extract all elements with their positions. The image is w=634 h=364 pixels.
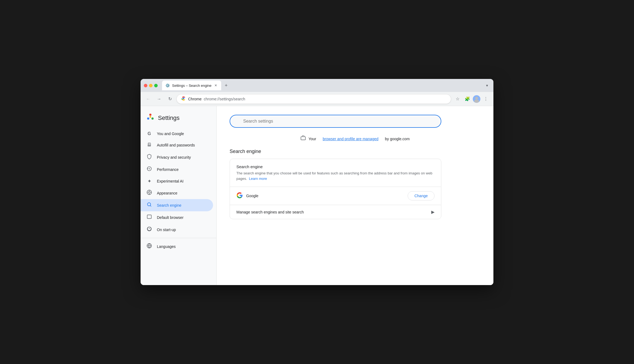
sidebar-item-label: Languages xyxy=(157,244,176,249)
sidebar-item-label: Performance xyxy=(157,167,179,172)
svg-point-12 xyxy=(148,191,150,193)
managed-link[interactable]: browser and profile are managed xyxy=(323,137,378,141)
sidebar-item-on-startup[interactable]: On start-up xyxy=(141,223,213,236)
svg-point-4 xyxy=(149,114,151,116)
sidebar-item-experimental-ai[interactable]: ✦ Experimental AI xyxy=(141,175,213,187)
search-engine-description-section: Search engine The search engine that you… xyxy=(230,159,441,187)
search-engine-card: Search engine The search engine that you… xyxy=(230,159,441,219)
svg-rect-14 xyxy=(147,215,151,218)
appearance-icon xyxy=(146,190,153,196)
managed-notice: Your browser and profile are managed by … xyxy=(230,135,480,142)
languages-icon xyxy=(146,243,153,250)
search-engine-row: Google Change xyxy=(230,187,441,205)
reload-button[interactable]: ↻ xyxy=(166,95,174,103)
managed-suffix: by google.com xyxy=(385,137,410,141)
sidebar-item-autofill[interactable]: Autofill and passwords xyxy=(141,139,213,151)
close-button[interactable] xyxy=(144,84,147,87)
settings-logo-icon xyxy=(146,113,155,123)
sidebar-item-privacy[interactable]: Privacy and security xyxy=(141,151,213,163)
settings-logo-area: Settings xyxy=(141,110,216,129)
performance-icon xyxy=(146,166,153,173)
tab-close-button[interactable]: ✕ xyxy=(214,83,218,88)
address-bar[interactable]: Chrome chrome://settings/search xyxy=(176,94,451,104)
search-settings-bar: 🔍 xyxy=(230,115,480,128)
sidebar-item-search-engine[interactable]: Search engine xyxy=(141,199,213,211)
sidebar: Settings G You and Google Autofill and p… xyxy=(141,106,217,285)
card-section-desc: The search engine that you choose will b… xyxy=(236,171,435,181)
tab-list-chevron[interactable]: ▾ xyxy=(484,82,490,89)
avatar[interactable] xyxy=(473,95,480,103)
search-settings-wrapper: 🔍 xyxy=(230,115,441,128)
sidebar-item-label: Privacy and security xyxy=(157,155,191,159)
svg-point-8 xyxy=(148,143,150,145)
sidebar-item-label: On start-up xyxy=(157,228,176,232)
you-and-google-icon: G xyxy=(146,131,153,136)
experimental-ai-icon: ✦ xyxy=(146,178,153,184)
sidebar-item-you-and-google[interactable]: G You and Google xyxy=(141,129,213,139)
section-title: Search engine xyxy=(230,149,480,154)
address-path: chrome://settings/search xyxy=(204,97,245,101)
svg-rect-9 xyxy=(148,145,151,146)
sidebar-item-label: Experimental AI xyxy=(157,179,183,183)
new-tab-button[interactable]: + xyxy=(222,82,230,89)
menu-button[interactable]: ⋮ xyxy=(481,95,490,103)
search-settings-input[interactable] xyxy=(230,115,441,128)
back-button[interactable]: ← xyxy=(144,95,153,103)
tab-favicon: ⚙️ xyxy=(165,83,170,88)
sidebar-item-label: Default browser xyxy=(157,215,183,220)
sidebar-item-label: Appearance xyxy=(157,191,177,195)
sidebar-item-default-browser[interactable]: Default browser xyxy=(141,211,213,223)
tab-bar: ⚙️ Settings – Search engine ✕ + xyxy=(162,81,482,90)
manage-search-engines-row[interactable]: Manage search engines and site search ▶ xyxy=(230,205,441,219)
google-g-icon xyxy=(236,192,243,200)
search-engine-icon xyxy=(146,202,153,209)
autofill-icon xyxy=(146,142,153,148)
change-button[interactable]: Change xyxy=(408,191,435,200)
on-startup-icon xyxy=(146,226,153,233)
svg-point-2 xyxy=(474,100,479,103)
card-section-title: Search engine xyxy=(236,164,435,169)
maximize-button[interactable] xyxy=(154,84,158,87)
current-engine-name: Google xyxy=(246,194,404,198)
active-tab[interactable]: ⚙️ Settings – Search engine ✕ xyxy=(162,81,221,90)
traffic-lights xyxy=(144,84,158,87)
bookmark-button[interactable]: ☆ xyxy=(453,95,462,103)
privacy-icon xyxy=(146,154,153,161)
tab-label: Settings – Search engine xyxy=(172,84,211,88)
default-browser-icon xyxy=(146,214,153,221)
sidebar-divider xyxy=(141,238,216,238)
managed-prefix: Your xyxy=(309,137,316,141)
sidebar-item-label: Search engine xyxy=(157,203,181,207)
settings-title: Settings xyxy=(158,114,180,122)
svg-point-7 xyxy=(150,116,151,118)
title-bar: ⚙️ Settings – Search engine ✕ + ▾ xyxy=(141,79,493,92)
address-origin: Chrome xyxy=(188,97,202,101)
svg-point-1 xyxy=(475,97,478,100)
forward-button[interactable]: → xyxy=(155,95,163,103)
svg-point-5 xyxy=(151,117,154,120)
manage-row-arrow-icon: ▶ xyxy=(431,209,435,215)
toolbar-right: ☆ 🧩 ⋮ xyxy=(453,95,490,103)
minimize-button[interactable] xyxy=(149,84,153,87)
manage-label: Manage search engines and site search xyxy=(236,210,304,214)
svg-point-0 xyxy=(183,98,184,99)
sidebar-item-performance[interactable]: Performance xyxy=(141,163,213,175)
learn-more-link[interactable]: Learn more xyxy=(249,177,267,181)
sidebar-item-label: You and Google xyxy=(157,132,184,136)
address-bar-container: ← → ↻ Chrome chrome://settings/search ☆ … xyxy=(141,92,493,106)
sidebar-item-label: Autofill and passwords xyxy=(157,143,195,147)
svg-point-6 xyxy=(147,117,149,120)
managed-icon xyxy=(300,135,306,142)
sidebar-item-appearance[interactable]: Appearance xyxy=(141,187,213,199)
svg-rect-16 xyxy=(301,137,305,140)
chrome-logo-icon xyxy=(181,96,186,102)
main-panel: 🔍 Your browser and profile are managed b… xyxy=(217,106,493,285)
browser-window: ⚙️ Settings – Search engine ✕ + ▾ ← → ↻ … xyxy=(141,79,493,285)
sidebar-item-languages[interactable]: Languages xyxy=(141,240,213,253)
svg-point-13 xyxy=(147,203,151,206)
extensions-button[interactable]: 🧩 xyxy=(463,95,472,103)
content-area: Settings G You and Google Autofill and p… xyxy=(141,106,493,285)
